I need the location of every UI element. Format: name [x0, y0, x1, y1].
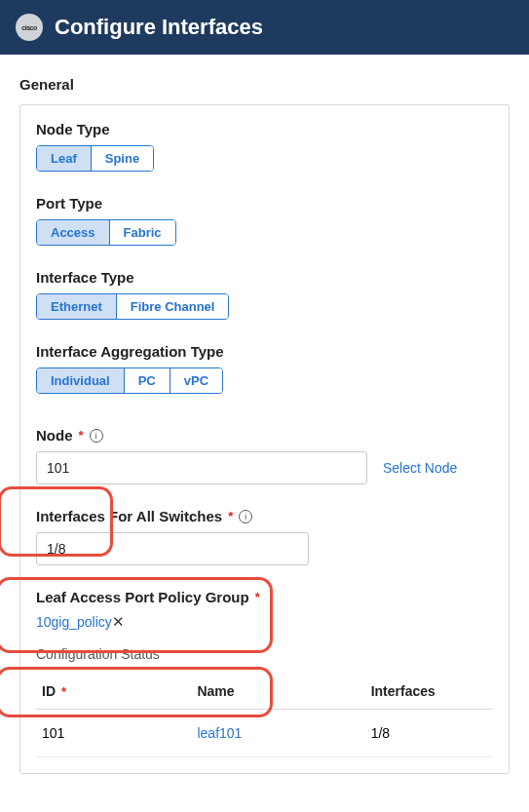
toggle-aggregation-pc[interactable]: PC [125, 368, 170, 393]
label-aggregation-type: Interface Aggregation Type [36, 343, 224, 360]
label-config-status: Configuration Status [36, 646, 493, 662]
field-interfaces: Interfaces For All Switches * i [36, 508, 493, 565]
toggle-interface-type-fibre[interactable]: Fibre Channel [117, 294, 229, 319]
app-header: cisco Configure Interfaces [0, 0, 529, 55]
toggle-port-type-access[interactable]: Access [37, 220, 110, 245]
required-indicator: * [255, 590, 260, 604]
label-policy-group: Leaf Access Port Policy Group [36, 589, 249, 605]
toggle-port-type-fabric[interactable]: Fabric [110, 220, 175, 245]
label-node: Node [36, 427, 73, 444]
toggle-aggregation-individual[interactable]: Individual [37, 368, 125, 393]
cell-id: 101 [36, 710, 191, 757]
toggle-aggregation-vpc[interactable]: vPC [170, 368, 222, 393]
required-indicator: * [228, 509, 233, 523]
cisco-logo: cisco [16, 14, 43, 41]
field-aggregation-type: Interface Aggregation Type Individual PC… [36, 343, 493, 394]
cell-interfaces: 1/8 [365, 710, 493, 757]
field-interface-type: Interface Type Ethernet Fibre Channel [36, 269, 493, 320]
general-panel: Node Type Leaf Spine Port Type Access Fa… [19, 104, 510, 774]
toggle-node-type-leaf[interactable]: Leaf [37, 146, 92, 171]
required-indicator: * [79, 428, 84, 443]
required-indicator: * [61, 684, 66, 699]
section-heading-general: General [19, 76, 510, 93]
toggle-node-type-spine[interactable]: Spine [92, 146, 153, 171]
label-interface-type: Interface Type [36, 269, 134, 286]
toggle-port-type: Access Fabric [36, 219, 176, 246]
cell-name-link[interactable]: leaf101 [191, 710, 364, 757]
field-port-type: Port Type Access Fabric [36, 195, 493, 246]
toggle-interface-type-ethernet[interactable]: Ethernet [37, 294, 117, 319]
field-node-type: Node Type Leaf Spine [36, 121, 493, 172]
policy-value-text: 10gig_policy [36, 614, 112, 630]
label-node-type: Node Type [36, 121, 110, 137]
label-port-type: Port Type [36, 195, 102, 212]
col-id-text: ID [42, 683, 56, 699]
clear-policy-icon[interactable]: ✕ [112, 613, 125, 630]
col-id[interactable]: ID * [36, 674, 191, 710]
link-select-node[interactable]: Select Node [383, 460, 457, 476]
input-node[interactable] [36, 451, 367, 484]
config-status-table: ID * Name Interfaces 101 leaf101 1/8 [36, 674, 493, 757]
label-interfaces: Interfaces For All Switches [36, 508, 222, 524]
info-icon[interactable]: i [90, 429, 103, 443]
col-interfaces[interactable]: Interfaces [365, 674, 493, 710]
table-row[interactable]: 101 leaf101 1/8 [36, 710, 493, 757]
field-policy-group: Leaf Access Port Policy Group * 10gig_po… [36, 589, 493, 631]
link-policy-value[interactable]: 10gig_policy [36, 614, 112, 630]
input-interfaces[interactable] [36, 532, 309, 565]
toggle-aggregation-type: Individual PC vPC [36, 367, 223, 394]
info-icon[interactable]: i [239, 510, 252, 523]
col-name[interactable]: Name [191, 674, 364, 710]
field-node: Node * i Select Node [36, 427, 493, 484]
toggle-node-type: Leaf Spine [36, 145, 154, 172]
page-title: Configure Interfaces [55, 15, 263, 40]
toggle-interface-type: Ethernet Fibre Channel [36, 293, 229, 320]
